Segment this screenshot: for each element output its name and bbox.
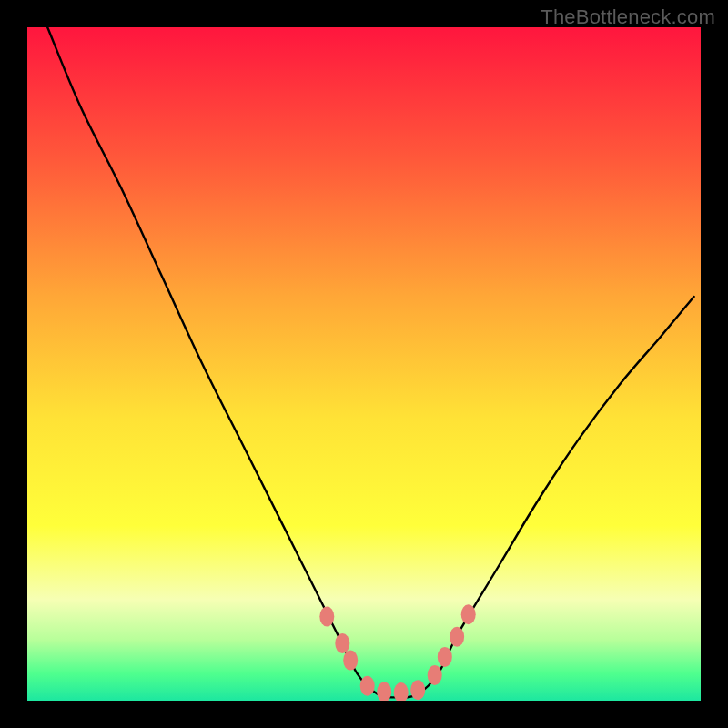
marker-dot — [335, 633, 349, 653]
marker-dot — [319, 607, 334, 627]
marker-dot — [450, 627, 464, 647]
marker-dot — [343, 651, 358, 671]
gradient-background — [27, 27, 701, 701]
marker-dot — [461, 604, 476, 624]
watermark-text: TheBottleneck.com — [541, 5, 715, 29]
plot-area — [27, 27, 701, 701]
marker-dot — [438, 647, 452, 667]
outer-frame: TheBottleneck.com — [0, 0, 728, 728]
marker-dot — [410, 680, 425, 700]
marker-dot — [360, 676, 375, 696]
marker-dot — [428, 665, 442, 685]
bottleneck-chart — [27, 27, 701, 701]
